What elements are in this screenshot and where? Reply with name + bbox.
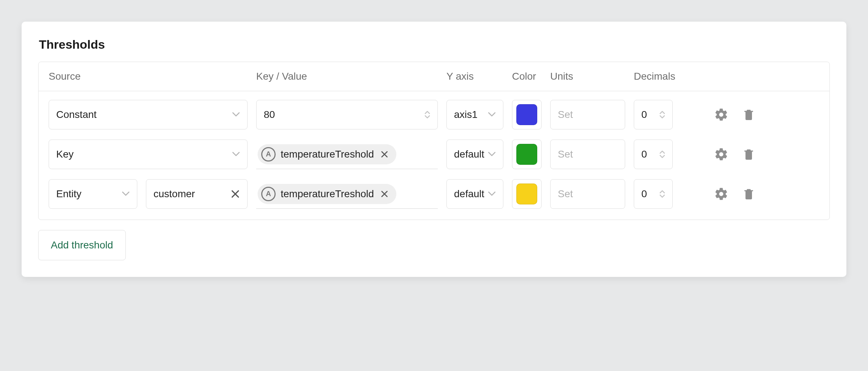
color-swatch [516, 184, 537, 204]
thresholds-table: Source Key / Value Y axis Color Units De… [38, 62, 830, 220]
chevron-down-icon [122, 191, 130, 196]
gear-icon [714, 187, 729, 201]
entity-value-input[interactable]: customer [146, 179, 248, 209]
chevron-down-icon [488, 191, 496, 196]
settings-button[interactable] [713, 106, 730, 123]
color-picker[interactable] [512, 179, 542, 209]
y-axis-value: default [454, 188, 484, 200]
threshold-row: Entity customer [49, 179, 819, 209]
add-threshold-label: Add threshold [51, 239, 113, 251]
attribute-icon: A [261, 147, 276, 162]
decimals-value: 0 [641, 149, 647, 160]
key-chip-label: temperatureTreshold [281, 188, 374, 200]
decimals-input[interactable]: 0 [634, 179, 673, 209]
units-input[interactable]: Set [550, 100, 625, 129]
key-chip-field[interactable]: A temperatureTreshold [256, 140, 438, 169]
col-color: Color [512, 71, 550, 82]
chevron-down-icon [232, 152, 240, 157]
key-chip: A temperatureTreshold [258, 144, 396, 164]
settings-button[interactable] [713, 186, 730, 202]
trash-icon [742, 107, 755, 122]
source-type-select[interactable]: Key [49, 140, 248, 169]
col-decimals: Decimals [634, 71, 694, 82]
y-axis-select[interactable]: default [446, 179, 503, 209]
settings-button[interactable] [713, 146, 730, 163]
delete-button[interactable] [740, 146, 757, 163]
value-text: 80 [264, 109, 275, 120]
thresholds-panel: Thresholds Source Key / Value Y axis Col… [22, 22, 846, 277]
add-threshold-button[interactable]: Add threshold [38, 230, 126, 260]
units-input[interactable]: Set [550, 179, 625, 209]
color-swatch [516, 104, 537, 125]
color-swatch [516, 144, 537, 165]
color-picker[interactable] [512, 140, 542, 169]
panel-title: Thresholds [39, 37, 830, 52]
chip-remove-button[interactable] [379, 189, 390, 199]
decimals-input[interactable]: 0 [634, 100, 673, 129]
y-axis-select[interactable]: default [446, 140, 503, 169]
key-chip: A temperatureTreshold [258, 184, 396, 204]
close-icon [380, 190, 388, 198]
close-icon [380, 150, 388, 158]
number-stepper-icon[interactable] [424, 111, 430, 119]
units-input[interactable]: Set [550, 140, 625, 169]
clear-entity-button[interactable] [231, 189, 240, 199]
trash-icon [742, 187, 755, 201]
units-placeholder: Set [558, 109, 573, 120]
units-placeholder: Set [558, 188, 573, 200]
number-stepper-icon[interactable] [659, 111, 665, 119]
y-axis-value: axis1 [454, 109, 477, 120]
decimals-value: 0 [641, 188, 647, 200]
entity-value-text: customer [153, 188, 195, 200]
col-y-axis: Y axis [446, 71, 512, 82]
chevron-down-icon [232, 112, 240, 117]
col-source: Source [49, 71, 256, 82]
source-type-select[interactable]: Entity [49, 179, 137, 209]
source-type-value: Entity [56, 188, 81, 200]
source-type-select[interactable]: Constant [49, 100, 248, 129]
color-picker[interactable] [512, 100, 542, 129]
units-placeholder: Set [558, 149, 573, 160]
col-key-value: Key / Value [256, 71, 446, 82]
y-axis-value: default [454, 149, 484, 160]
chip-remove-button[interactable] [379, 149, 390, 160]
number-stepper-icon[interactable] [659, 150, 665, 158]
decimals-input[interactable]: 0 [634, 140, 673, 169]
delete-button[interactable] [740, 186, 757, 202]
key-chip-field[interactable]: A temperatureTreshold [256, 179, 438, 209]
attribute-icon: A [261, 187, 276, 201]
value-input[interactable]: 80 [256, 100, 438, 129]
close-icon [231, 189, 240, 199]
gear-icon [714, 147, 729, 162]
chevron-down-icon [488, 112, 496, 117]
table-body: Constant 80 [39, 91, 829, 220]
decimals-value: 0 [641, 109, 647, 120]
threshold-row: Key A temperatureTreshold [49, 140, 819, 169]
number-stepper-icon[interactable] [659, 190, 665, 198]
chevron-down-icon [488, 152, 496, 157]
key-chip-label: temperatureTreshold [281, 149, 374, 160]
trash-icon [742, 147, 755, 162]
delete-button[interactable] [740, 106, 757, 123]
source-type-value: Constant [56, 109, 97, 120]
col-units: Units [550, 71, 634, 82]
threshold-row: Constant 80 [49, 100, 819, 129]
y-axis-select[interactable]: axis1 [446, 100, 503, 129]
table-header: Source Key / Value Y axis Color Units De… [39, 62, 829, 91]
gear-icon [714, 107, 729, 122]
source-type-value: Key [56, 149, 74, 160]
